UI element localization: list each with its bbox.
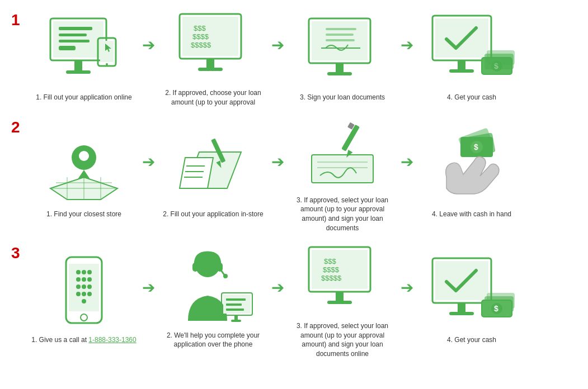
svg-rect-17 [206, 59, 214, 68]
steps-row-2: 1. Find your closest store ➔ 2. [28, 113, 577, 233]
svg-rect-23 [326, 39, 355, 41]
svg-point-75 [76, 292, 81, 296]
section-number-1: 1 [11, 11, 22, 29]
arrow-3-3: ➔ [401, 278, 413, 297]
arrow-1-1: ➔ [142, 36, 155, 54]
svg-rect-5 [59, 46, 76, 50]
svg-rect-7 [66, 70, 91, 74]
svg-rect-1 [53, 21, 104, 58]
section-number-3: 3 [11, 244, 22, 262]
step-1-4: $ 4. Get your cash [416, 10, 528, 102]
arrow-2-2: ➔ [271, 153, 284, 171]
step-1-1-label: 1. Fill out your application online [36, 93, 131, 102]
computer-form-icon [39, 10, 129, 88]
step-2-1-label: 1. Find your closest store [46, 210, 121, 219]
step-3-3-label: 3. If approved, select your loan amount … [289, 321, 396, 359]
step-2-2-label: 2. Fill out your application in-store [163, 210, 263, 219]
svg-line-83 [220, 269, 224, 275]
computer-cash-icon: $ [427, 10, 516, 88]
svg-rect-88 [226, 303, 242, 306]
svg-rect-26 [327, 72, 352, 75]
arrow-2-1: ➔ [142, 153, 155, 171]
svg-rect-29 [458, 60, 465, 69]
section-2: 2 1. Find your closest stor [11, 113, 577, 233]
svg-rect-37 [487, 50, 515, 65]
step-3-4-label: 4. Get your cash [447, 335, 496, 345]
svg-text:$$$: $$$ [194, 24, 206, 32]
svg-point-10 [106, 63, 108, 65]
step-2-3-label: 3. If approved, select your loan amount … [289, 196, 396, 233]
agent-icon [168, 248, 258, 326]
svg-rect-102 [449, 312, 474, 315]
section-1: 1 [11, 6, 577, 107]
svg-point-69 [76, 277, 81, 282]
steps-row-1: 1. Fill out your application online ➔ $$… [28, 6, 577, 107]
svg-text:$$$: $$$ [324, 257, 336, 265]
svg-point-67 [82, 270, 86, 274]
svg-rect-6 [74, 60, 82, 70]
svg-rect-22 [326, 34, 354, 36]
arrow-3-2: ➔ [271, 278, 284, 297]
step-2-2: 2. Fill out your application in-store [157, 127, 269, 219]
svg-rect-21 [326, 28, 356, 30]
phone-link[interactable]: 1-888-333-1360 [88, 336, 136, 344]
svg-rect-90 [234, 315, 238, 320]
step-3-2: 2. We'll help you complete your applicat… [157, 248, 269, 350]
step-1-2: $$$ $$$$ $$$$$ 2. If approved, choose yo… [157, 6, 269, 107]
svg-marker-47 [180, 158, 213, 188]
step-1-3: 3. Sign your loan documents [286, 10, 398, 102]
arrow-1-2: ➔ [271, 36, 284, 54]
svg-rect-98 [327, 301, 352, 304]
computer-form2-icon: $$$ $$$$ $$$$$ [298, 239, 387, 317]
svg-rect-81 [192, 263, 198, 272]
svg-point-73 [82, 284, 86, 289]
svg-rect-53 [312, 155, 373, 183]
step-1-1: 1. Fill out your application online [28, 10, 140, 102]
step-3-2-label: 2. We'll help you complete your applicat… [160, 331, 266, 350]
form-dollar-icon: $$$ $$$$ $$$$$ [168, 6, 258, 84]
cash-hand-icon: $ [427, 127, 516, 205]
svg-rect-3 [59, 34, 87, 36]
svg-rect-9 [100, 41, 114, 62]
section-number-2: 2 [11, 118, 22, 136]
svg-point-45 [79, 151, 89, 161]
svg-rect-87 [226, 298, 246, 301]
svg-text:$$$$$: $$$$$ [321, 274, 342, 282]
map-pin-icon [39, 127, 129, 205]
svg-point-78 [82, 299, 86, 303]
step-2-1: 1. Find your closest store [28, 127, 140, 219]
arrow-1-3: ➔ [401, 36, 413, 54]
svg-rect-25 [336, 63, 344, 72]
pen-sign-icon [298, 113, 387, 191]
svg-text:$$$$: $$$$ [192, 32, 209, 41]
svg-point-70 [82, 277, 86, 282]
svg-rect-91 [231, 320, 241, 322]
svg-text:$$$$: $$$$ [323, 265, 340, 274]
step-3-1: 1. Give us a call at 1-888-333-1360 [28, 253, 140, 345]
svg-point-72 [76, 284, 81, 289]
section-3: 3 [11, 239, 577, 359]
step-2-4-label: 4. Leave with cash in hand [432, 210, 511, 219]
phone-icon [39, 253, 129, 331]
svg-point-77 [87, 292, 92, 296]
step-2-3: 3. If approved, select your loan amount … [286, 113, 398, 233]
step-2-4: $ 4. Leave with cash in hand [416, 127, 528, 219]
svg-rect-89 [226, 309, 244, 311]
svg-point-74 [87, 284, 92, 289]
computer-cash2-icon: $ [427, 253, 516, 331]
svg-point-79 [81, 314, 87, 321]
step-3-4: $ 4. Get your cash [416, 253, 528, 345]
svg-rect-101 [458, 303, 465, 312]
step-1-2-label: 2. If approved, choose your loan amount … [160, 88, 266, 107]
computer-sign-icon [298, 10, 387, 88]
svg-point-66 [76, 270, 81, 274]
svg-text:$: $ [494, 304, 498, 313]
svg-point-68 [87, 270, 92, 274]
svg-rect-13 [182, 17, 238, 56]
step-3-1-label: 1. Give us a call at 1-888-333-1360 [31, 335, 136, 345]
pen-form-icon [168, 127, 258, 205]
steps-row-3: 1. Give us a call at 1-888-333-1360 ➔ [28, 239, 577, 359]
svg-text:$: $ [474, 143, 478, 151]
arrow-3-1: ➔ [142, 278, 155, 297]
svg-rect-93 [312, 250, 368, 289]
